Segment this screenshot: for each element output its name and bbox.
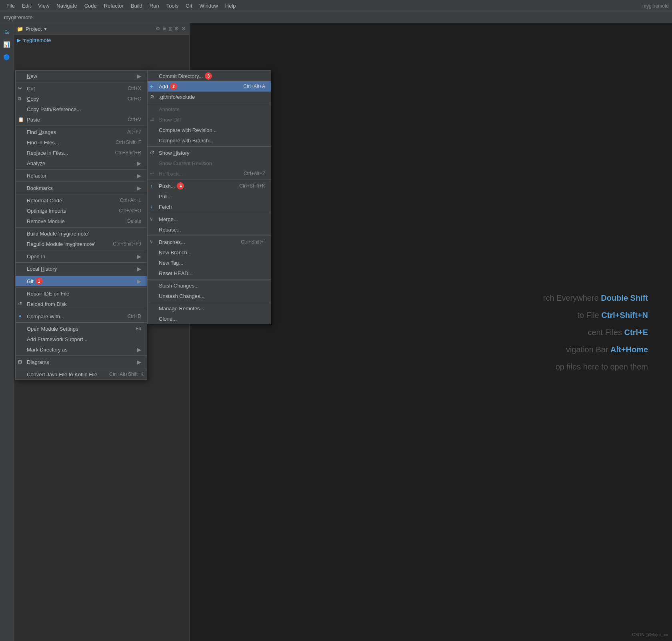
- git-branches[interactable]: ⑂ Branches... Ctrl+Shift+`: [148, 237, 271, 247]
- menu-item-git[interactable]: Git 1 ▶: [16, 276, 147, 286]
- menu-item-find-usages[interactable]: Find Usages Alt+F7: [16, 127, 147, 137]
- menu-item-open-in[interactable]: Open In ▶: [16, 251, 147, 262]
- menu-item-module-settings[interactable]: Open Module Settings F4: [16, 323, 147, 334]
- git-divider-3: [148, 180, 271, 180]
- menu-item-refactor[interactable]: Refactor ▶: [16, 170, 147, 181]
- menu-item-build-module[interactable]: Build Module 'mygitremote': [16, 228, 147, 239]
- menu-run[interactable]: Run: [146, 1, 162, 10]
- chevron-down-icon[interactable]: ▼: [43, 27, 47, 31]
- git-merge[interactable]: ⑂ Merge...: [148, 214, 271, 224]
- menu-item-reload-from-disk[interactable]: ↺ Reload from Disk: [16, 299, 147, 309]
- menu-code[interactable]: Code: [81, 1, 100, 10]
- branches-label: Branches...: [159, 239, 185, 245]
- remove-module-shortcut: Delete: [115, 218, 141, 224]
- menu-item-new[interactable]: New ▶: [16, 71, 147, 81]
- menu-item-copy-path[interactable]: Copy Path/Reference...: [16, 104, 147, 114]
- git-commit-directory[interactable]: Commit Directory... 3: [148, 71, 271, 81]
- divider-8: [16, 262, 147, 263]
- unstash-changes-label: Unstash Changes...: [159, 293, 204, 299]
- settings-icon[interactable]: ⚙: [156, 26, 160, 32]
- menu-window[interactable]: Window: [196, 1, 221, 10]
- menu-item-copy[interactable]: ⧉ Copy Ctrl+C: [16, 94, 147, 104]
- git-manage-remotes[interactable]: Manage Remotes...: [148, 303, 271, 314]
- git-compare-revision[interactable]: Compare with Revision...: [148, 125, 271, 135]
- gear-icon[interactable]: ⚙: [174, 26, 179, 32]
- git-divider-5: [148, 236, 271, 236]
- sidebar-icon-blue[interactable]: 🔵: [2, 52, 12, 62]
- project-root-node[interactable]: mygitremote: [22, 37, 51, 43]
- bookmarks-arrow: ▶: [137, 185, 141, 191]
- menu-item-rebuild-module[interactable]: Rebuild Module 'mygitremote' Ctrl+Shift+…: [16, 239, 147, 249]
- git-fetch[interactable]: ↓ Fetch: [148, 202, 271, 212]
- menu-item-remove-module[interactable]: Remove Module Delete: [16, 216, 147, 226]
- divider-5: [16, 194, 147, 194]
- menu-item-analyze[interactable]: Analyze ▶: [16, 158, 147, 168]
- git-exclude[interactable]: ⚙ .git/info/exclude: [148, 92, 271, 102]
- new-branch-label: New Branch...: [159, 250, 192, 256]
- menu-file[interactable]: File: [3, 1, 18, 10]
- git-unstash-changes[interactable]: Unstash Changes...: [148, 291, 271, 301]
- annotate-label: Annotate: [159, 106, 180, 112]
- menu-view[interactable]: View: [35, 1, 52, 10]
- menu-navigate[interactable]: Navigate: [53, 1, 80, 10]
- find-in-files-shortcut: Ctrl+Shift+F: [104, 140, 141, 145]
- git-divider-7: [148, 302, 271, 302]
- align-icon[interactable]: ≡: [163, 26, 166, 32]
- menu-tools[interactable]: Tools: [163, 1, 182, 10]
- menu-item-reformat[interactable]: Reformat Code Ctrl+Alt+L: [16, 195, 147, 206]
- git-show-history[interactable]: ⏱ Show History: [148, 148, 271, 158]
- menu-item-bookmarks[interactable]: Bookmarks ▶: [16, 183, 147, 193]
- rebuild-module-label: Rebuild Module 'mygitremote': [27, 241, 95, 247]
- git-new-branch[interactable]: New Branch...: [148, 247, 271, 258]
- git-push[interactable]: ↑ Push... 4 Ctrl+Shift+K: [148, 181, 271, 191]
- paste-shortcut: Ctrl+V: [116, 117, 141, 122]
- git-reset-head[interactable]: Reset HEAD...: [148, 268, 271, 278]
- optimize-imports-label: Optimize Imports: [27, 208, 66, 214]
- menu-git[interactable]: Git: [182, 1, 196, 10]
- fetch-icon: ↓: [150, 204, 152, 210]
- git-annotate: Annotate: [148, 104, 271, 114]
- merge-label: Merge...: [159, 216, 178, 222]
- git-compare-branch[interactable]: Compare with Branch...: [148, 135, 271, 146]
- compare-with-label: Compare With...: [27, 314, 64, 320]
- menu-refactor[interactable]: Refactor: [101, 1, 127, 10]
- sidebar: 🗂 📊 🔵: [0, 23, 14, 641]
- menu-item-add-framework[interactable]: Add Framework Support...: [16, 334, 147, 344]
- menu-item-mark-directory[interactable]: Mark Directory as ▶: [16, 344, 147, 355]
- context-menu: New ▶ ✂ Cut Ctrl+X ⧉ Copy Ctrl+C Copy Pa…: [15, 70, 147, 380]
- close-icon[interactable]: ✕: [182, 26, 186, 32]
- hint-recent: cent Files Ctrl+E: [543, 327, 648, 337]
- git-new-tag[interactable]: New Tag...: [148, 258, 271, 268]
- git-add[interactable]: + Add 2 Ctrl+Alt+A: [148, 81, 271, 92]
- menu-edit[interactable]: Edit: [19, 1, 34, 10]
- divider-12: [16, 322, 147, 323]
- git-show-diff: ⇄ Show Diff: [148, 114, 271, 125]
- menu-item-paste[interactable]: 📋 Paste Ctrl+V: [16, 114, 147, 125]
- git-stash-changes[interactable]: Stash Changes...: [148, 280, 271, 291]
- new-arrow: ▶: [137, 73, 141, 79]
- git-clone[interactable]: Clone...: [148, 314, 271, 324]
- menu-item-cut[interactable]: ✂ Cut Ctrl+X: [16, 83, 147, 94]
- menu-item-compare-with[interactable]: ✦ Compare With... Ctrl+D: [16, 311, 147, 321]
- sidebar-icon-project[interactable]: 🗂: [2, 26, 12, 37]
- git-pull[interactable]: Pull...: [148, 191, 271, 202]
- rollback-shortcut: Ctrl+Alt+Z: [232, 171, 265, 176]
- menu-item-diagrams[interactable]: ⊞ Diagrams ▶: [16, 357, 147, 367]
- menu-help[interactable]: Help: [222, 1, 239, 10]
- divider-3: [16, 169, 147, 170]
- remove-module-label: Remove Module: [27, 218, 65, 224]
- filter-icon[interactable]: ⧖: [168, 26, 172, 32]
- menu-item-local-history[interactable]: Local History ▶: [16, 264, 147, 274]
- menu-item-repair-ide[interactable]: Repair IDE on File: [16, 288, 147, 299]
- hint-area: rch Everywhere Double Shift to File Ctrl…: [543, 293, 648, 371]
- menu-build[interactable]: Build: [128, 1, 146, 10]
- sidebar-icon-charts[interactable]: 📊: [2, 39, 12, 50]
- menu-item-optimize-imports[interactable]: Optimize Imports Ctrl+Alt+O: [16, 206, 147, 216]
- menu-item-replace-in-files[interactable]: Replace in Files... Ctrl+Shift+R: [16, 148, 147, 158]
- menu-item-find-in-files[interactable]: Find in Files... Ctrl+Shift+F: [16, 137, 147, 148]
- convert-kotlin-label: Convert Java File to Kotlin File: [27, 371, 97, 377]
- menu-item-convert-kotlin[interactable]: Convert Java File to Kotlin File Ctrl+Al…: [16, 369, 147, 379]
- git-rebase[interactable]: Rebase...: [148, 224, 271, 235]
- commit-dir-badge: 3: [205, 72, 212, 80]
- replace-in-files-shortcut: Ctrl+Shift+R: [103, 150, 141, 156]
